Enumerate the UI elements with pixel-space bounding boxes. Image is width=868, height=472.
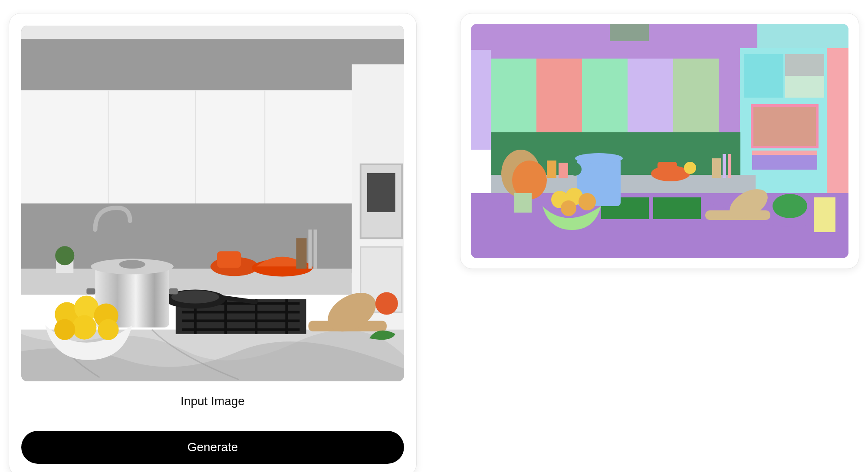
svg-rect-48: [610, 24, 649, 41]
svg-point-74: [579, 193, 596, 210]
svg-point-87: [773, 194, 807, 218]
svg-rect-69: [653, 197, 701, 219]
svg-point-43: [98, 319, 118, 340]
svg-rect-52: [471, 50, 491, 150]
svg-rect-61: [785, 54, 824, 76]
svg-rect-56: [628, 59, 673, 132]
svg-rect-54: [536, 59, 582, 132]
output-image-frame: [471, 24, 848, 258]
svg-rect-78: [514, 193, 532, 213]
svg-point-84: [684, 162, 696, 174]
svg-point-81: [569, 163, 582, 176]
svg-rect-13: [217, 251, 241, 268]
svg-point-75: [561, 200, 576, 216]
input-image-frame: [21, 26, 404, 381]
svg-rect-15: [296, 238, 306, 269]
input-card: Input Image Generate: [9, 13, 417, 472]
svg-point-46: [375, 292, 398, 315]
output-card: [460, 13, 859, 269]
input-caption: Input Image: [181, 394, 245, 408]
svg-rect-1: [21, 26, 404, 39]
svg-point-19: [55, 246, 74, 265]
svg-rect-90: [723, 154, 726, 178]
svg-point-71: [575, 153, 623, 164]
output-image: [471, 24, 848, 258]
svg-point-41: [72, 315, 96, 340]
svg-rect-59: [744, 54, 783, 98]
svg-rect-89: [712, 158, 721, 178]
svg-rect-17: [314, 229, 317, 269]
svg-rect-91: [728, 154, 731, 178]
svg-rect-83: [658, 162, 677, 175]
svg-rect-37: [169, 288, 178, 294]
svg-point-42: [54, 319, 75, 340]
svg-rect-8: [367, 173, 395, 212]
svg-rect-62: [752, 105, 817, 147]
svg-rect-57: [673, 59, 719, 132]
svg-rect-80: [559, 163, 568, 178]
svg-rect-16: [309, 229, 312, 269]
svg-point-35: [119, 260, 145, 269]
svg-rect-53: [491, 59, 536, 132]
svg-rect-55: [582, 59, 628, 132]
svg-rect-36: [86, 288, 95, 294]
svg-rect-64: [752, 151, 817, 155]
svg-point-31: [171, 290, 219, 303]
svg-rect-2: [21, 90, 352, 203]
svg-rect-88: [814, 197, 835, 232]
svg-rect-79: [547, 161, 556, 178]
generate-button[interactable]: Generate: [21, 431, 404, 464]
input-image: [21, 26, 404, 381]
